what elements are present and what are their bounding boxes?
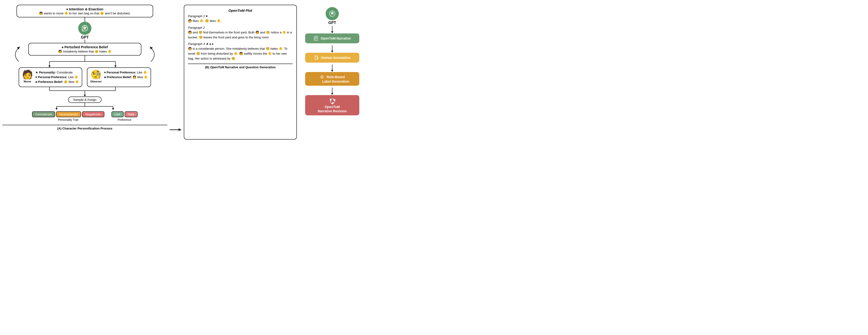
pill-like: Like <box>112 111 124 117</box>
perturbed-area: ♠ Perturbed Preference Belief 🧑 mistaken… <box>19 43 151 56</box>
perturbed-text-2: hates <box>99 50 107 53</box>
mover-emoji-2: 🧑 <box>58 50 62 53</box>
preference-trait-group: Like Hate Preference <box>112 111 137 122</box>
mover-label: Mover <box>24 80 31 83</box>
para1-block: Paragraph 1 ♥ 🧑 likes 🐥. 🧐 likes 🐥. <box>188 14 292 24</box>
narrative-revision-box: OpenToM Narrative Revision <box>305 95 359 115</box>
club-icon-mover: ♣ <box>35 80 37 83</box>
recycle-icon <box>329 97 336 104</box>
pencil-icon <box>314 55 319 60</box>
label-generation-label: Label Generation <box>322 79 349 83</box>
left-section: ♦ Intention & Enaction 🧑 wants to move 🐥… <box>2 5 167 140</box>
char-cards-row: 🧑 Mover ★ Personality: Considerate ♥ Per… <box>19 67 151 87</box>
opentom-narrative-box: OpenToM Narrative <box>305 33 359 43</box>
para2-block: Paragraph 2 🧑 and 🧐 find themselves in t… <box>188 26 292 40</box>
observer-emoji-1: 😐 <box>100 11 104 15</box>
svg-marker-20 <box>112 108 114 110</box>
star-icon: ★ <box>35 71 38 74</box>
big-arrow-right <box>169 127 181 132</box>
pill-considerate: Considerate <box>32 111 55 117</box>
pill-inconsiderate: Inconsiderate <box>56 111 81 117</box>
mover-card: 🧑 Mover ★ Personality: Considerate ♥ Per… <box>19 67 82 87</box>
para3-block: Paragraph 3 ★ ♠ ♦ 🧑 is a considerate per… <box>188 42 292 61</box>
pipeline-arrow-4 <box>332 88 333 93</box>
mover-personality: ★ Personality: Considerate <box>35 70 79 75</box>
opentom-revision-label1: OpenToM <box>325 105 340 109</box>
middle-section: OpenToM Plot Paragraph 1 ♥ 🧑 likes 🐥. 🧐 … <box>184 5 297 140</box>
club-icon-obs: ♣ <box>104 75 106 79</box>
left-section-label: (A) Character Personification Process <box>57 127 113 130</box>
para2-label: Paragraph 2 <box>188 26 292 29</box>
gpt-label-left: GPT <box>81 35 89 39</box>
para3-text: 🧑 is a considerate person. She mistakenl… <box>188 46 292 61</box>
perturbed-title: ♠ Perturbed Preference Belief <box>33 45 137 49</box>
gpt-circle-left <box>78 22 91 35</box>
observer-emoji-2: 😐 <box>95 50 98 53</box>
personality-pills: Considerate Inconsiderate Negativistic <box>32 111 104 117</box>
gpt-top: GPT <box>326 7 339 25</box>
pipeline-arrow-3 <box>332 65 333 70</box>
rule-based-box: Rule-Based Label Generation <box>305 72 359 86</box>
preference-trait-label: Preference <box>118 118 131 122</box>
intention-text-1: wants to move <box>44 11 64 15</box>
para2-text: 🧑 and 🧐 find themselves in the front yar… <box>188 30 292 40</box>
intention-title: ♦ Intention & Enaction <box>21 7 149 11</box>
mover-belief: ♣ Preference Belief: 😐 likes 🐥 <box>35 79 79 84</box>
svg-marker-17 <box>55 108 58 110</box>
middle-section-label: (B) OpenToM Narrative and Question Gener… <box>205 65 276 69</box>
sample-assign-container: Sample & Assign <box>68 97 101 103</box>
plot-header: OpenToM Plot <box>188 8 292 12</box>
arrows-to-sample <box>21 87 149 97</box>
perturbed-label: Perturbed Preference Belief <box>65 45 108 49</box>
rule-based-label: Rule-Based <box>327 75 345 79</box>
diamond-icon: ♦ <box>66 7 68 11</box>
arrow-down-1 <box>85 18 85 22</box>
opentom-narrative-label: OpenToM Narrative <box>321 36 351 40</box>
personality-trait-group: Considerate Inconsiderate Negativistic P… <box>32 111 104 122</box>
para1-label: Paragraph 1 ♥ <box>188 14 292 18</box>
pipeline-arrow-2 <box>332 45 333 51</box>
gpt-logo-left <box>81 24 89 32</box>
mover-emoji-1: 🧑 <box>39 11 43 15</box>
svg-marker-22 <box>179 128 181 131</box>
gpt-container-left: GPT <box>78 22 91 39</box>
gear-icon <box>319 74 325 79</box>
intention-body: 🧑 wants to move 🐥 to her own bag so that… <box>21 11 149 15</box>
mover-info: ★ Personality: Considerate ♥ Personal Pr… <box>35 70 79 84</box>
to-sample-svg <box>21 87 149 97</box>
para1-text: 🧑 likes 🐥. 🧐 likes 🐥. <box>188 19 292 24</box>
sample-to-traits-svg <box>38 103 132 110</box>
gpt-label-right: GPT <box>329 21 336 25</box>
human-annotation-label: Human Annotation <box>321 56 350 60</box>
duck-emoji-2: 🐥 <box>108 50 112 53</box>
perturbed-body: 🧑 mistakenly believe that 😐 hates 🐥 <box>33 50 137 53</box>
observer-card: 🧐 Observer ♥ Personal Preference: Like 🐥… <box>87 67 151 87</box>
trait-row: Considerate Inconsiderate Negativistic P… <box>32 111 137 122</box>
mover-avatar: 🧑 <box>22 70 33 79</box>
heart-icon-obs: ♥ <box>104 71 106 74</box>
pill-hate: Hate <box>125 111 137 117</box>
svg-marker-13 <box>84 95 86 97</box>
duck-emoji-1: 🐥 <box>64 11 68 15</box>
observer-avatar: 🧐 <box>91 70 101 79</box>
pill-negativistic: Negativistic <box>82 111 104 117</box>
book-icon <box>314 36 319 41</box>
preference-pills: Like Hate <box>112 111 137 117</box>
intention-box: ♦ Intention & Enaction 🧑 wants to move 🐥… <box>17 5 153 18</box>
plot-title-text: OpenToM Plot <box>228 8 252 12</box>
observer-preference: ♥ Personal Preference: Like 🐥 <box>104 70 148 75</box>
perturbed-box: ♠ Perturbed Preference Belief 🧑 mistaken… <box>28 43 142 56</box>
section-divider-arrow <box>169 5 181 140</box>
personality-trait-label: Personality Trait <box>58 118 78 122</box>
observer-info: ♥ Personal Preference: Like 🐥 ♣ Preferen… <box>104 70 148 79</box>
sample-assign-box: Sample & Assign <box>68 97 101 103</box>
gpt-logo-right <box>328 10 336 18</box>
fork-svg <box>21 56 149 67</box>
opentom-revision-label2: Narrative Revision <box>318 109 347 113</box>
left-curve-arrow <box>17 47 21 62</box>
observer-card-inner: 🧐 Observer ♥ Personal Preference: Like 🐥… <box>90 70 148 83</box>
mover-card-inner: 🧑 Mover ★ Personality: Considerate ♥ Per… <box>22 70 79 84</box>
svg-point-31 <box>321 76 323 78</box>
arrow-down-2 <box>85 39 85 43</box>
middle-bottom: (B) OpenToM Narrative and Question Gener… <box>188 64 292 69</box>
